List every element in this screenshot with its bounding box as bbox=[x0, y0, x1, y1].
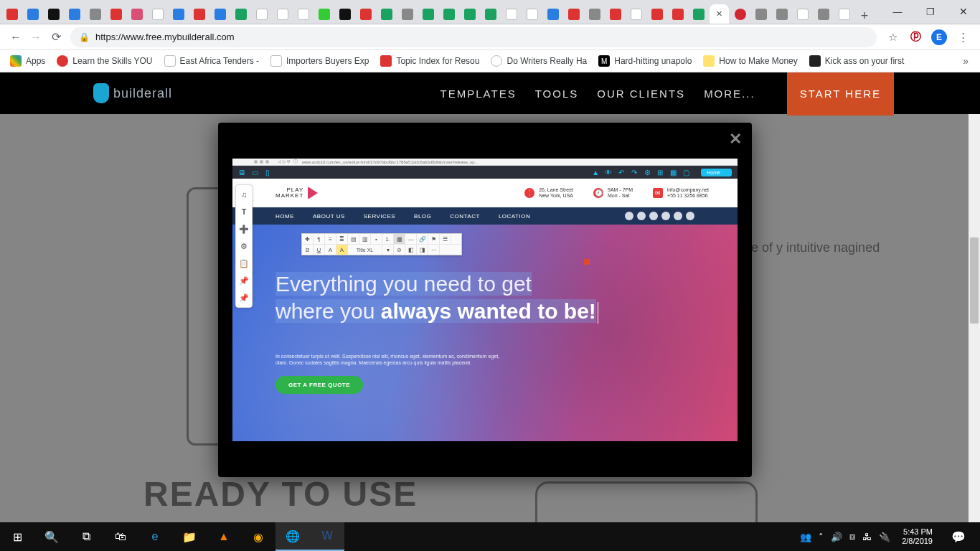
explorer-icon[interactable]: 📁 bbox=[172, 522, 207, 551]
bookmark-item[interactable]: MHard-hitting unapolo bbox=[594, 54, 696, 68]
tab[interactable] bbox=[314, 4, 334, 24]
people-icon[interactable]: 👥 bbox=[800, 532, 811, 542]
tnav-services[interactable]: SERVICES bbox=[364, 213, 395, 220]
tab[interactable] bbox=[668, 4, 687, 24]
tab[interactable] bbox=[501, 4, 521, 24]
tab[interactable] bbox=[335, 4, 354, 24]
bookmark-item[interactable]: Do Writers Really Ha bbox=[486, 54, 591, 68]
tab[interactable] bbox=[834, 4, 854, 24]
tab[interactable] bbox=[231, 4, 250, 24]
task-view-button[interactable]: ⧉ bbox=[69, 522, 103, 551]
bookmark-item[interactable]: Importers Buyers Exp bbox=[266, 54, 373, 68]
tnav-home[interactable]: HOME bbox=[275, 213, 294, 220]
apps-button[interactable]: Apps bbox=[6, 54, 50, 68]
get-quote-button[interactable]: GET A FREE QUOTE bbox=[275, 376, 363, 394]
tab[interactable] bbox=[814, 4, 833, 24]
word-icon[interactable]: W bbox=[310, 522, 344, 551]
new-tab-button[interactable]: + bbox=[854, 9, 875, 24]
bookmark-item[interactable]: How to Make Money bbox=[699, 54, 801, 68]
tab[interactable] bbox=[772, 4, 791, 24]
tab[interactable] bbox=[293, 4, 313, 24]
tab[interactable] bbox=[252, 4, 271, 24]
tab[interactable] bbox=[418, 4, 438, 24]
tab[interactable] bbox=[793, 4, 812, 24]
tab[interactable] bbox=[148, 4, 167, 24]
mobile-icon[interactable]: ▯ bbox=[264, 169, 271, 176]
minimize-button[interactable]: — bbox=[881, 1, 914, 22]
tab[interactable] bbox=[647, 4, 666, 24]
tab[interactable] bbox=[127, 4, 146, 24]
redo-icon[interactable]: ↷ bbox=[631, 169, 638, 176]
start-button[interactable]: ⊞ bbox=[0, 522, 34, 551]
tray-chevron-icon[interactable]: ˄ bbox=[819, 532, 824, 542]
tab[interactable] bbox=[606, 4, 625, 24]
bookmark-item[interactable]: East Africa Tenders - bbox=[160, 54, 264, 68]
tab[interactable] bbox=[2, 4, 22, 24]
volume-icon[interactable]: 🔊 bbox=[831, 532, 842, 542]
tab[interactable] bbox=[481, 4, 500, 24]
site-logo[interactable]: builderall bbox=[93, 83, 172, 103]
grid-icon[interactable]: ⊞ bbox=[656, 169, 664, 176]
forward-button[interactable]: → bbox=[26, 27, 46, 47]
nav-more[interactable]: MORE... bbox=[704, 88, 755, 100]
bookmark-item[interactable]: Kick ass on your first bbox=[805, 54, 909, 68]
tab[interactable] bbox=[65, 4, 84, 24]
tab[interactable] bbox=[23, 4, 42, 24]
tab[interactable] bbox=[543, 4, 562, 24]
music-icon[interactable]: ♫ bbox=[239, 189, 249, 199]
tab[interactable] bbox=[585, 4, 604, 24]
tab[interactable] bbox=[522, 4, 542, 24]
modal-close-button[interactable]: ✕ bbox=[729, 130, 742, 149]
settings-icon[interactable]: ⚙ bbox=[239, 241, 249, 251]
search-button[interactable]: 🔍 bbox=[34, 522, 69, 551]
tab[interactable] bbox=[397, 4, 417, 24]
bookmarks-overflow[interactable]: » bbox=[957, 54, 974, 68]
taskbar-clock[interactable]: 5:43 PM 2/8/2019 bbox=[897, 527, 937, 545]
gear-icon[interactable]: ⚙ bbox=[644, 169, 651, 176]
tab[interactable] bbox=[439, 4, 458, 24]
bookmark-item[interactable]: Topic Index for Resou bbox=[376, 54, 484, 68]
tab[interactable] bbox=[626, 4, 646, 24]
network-icon[interactable]: 🖧 bbox=[862, 532, 872, 542]
tab[interactable] bbox=[356, 4, 375, 24]
reload-button[interactable]: ⟳ bbox=[46, 27, 66, 47]
add-icon[interactable]: ➕ bbox=[239, 224, 249, 234]
layout-icon[interactable]: ▦ bbox=[669, 169, 677, 176]
warning-icon[interactable]: ▲ bbox=[592, 169, 599, 176]
tnav-blog[interactable]: BLOG bbox=[414, 213, 431, 220]
store-icon[interactable]: 🛍 bbox=[103, 522, 138, 551]
pin-icon[interactable]: 📌 bbox=[239, 293, 249, 303]
tab[interactable] bbox=[564, 4, 583, 24]
app-icon[interactable]: ◉ bbox=[241, 522, 275, 551]
tab-active[interactable]: ✕ bbox=[710, 4, 729, 24]
star-icon[interactable]: ☆ bbox=[885, 30, 900, 44]
tab[interactable] bbox=[189, 4, 209, 24]
tab[interactable] bbox=[106, 4, 126, 24]
tab[interactable] bbox=[169, 4, 188, 24]
text-tool-icon[interactable]: T bbox=[239, 207, 249, 217]
tnav-location[interactable]: LOCATION bbox=[499, 213, 530, 220]
pinterest-icon[interactable]: ⓟ bbox=[908, 30, 923, 44]
tab[interactable] bbox=[273, 4, 292, 24]
omnibox[interactable]: 🔒 https://www.free.mybuilderall.com bbox=[70, 27, 877, 47]
selection-handle[interactable] bbox=[584, 259, 590, 265]
copy-icon[interactable]: 📋 bbox=[239, 258, 249, 268]
tnav-contact[interactable]: CONTACT bbox=[450, 213, 480, 220]
tab[interactable] bbox=[377, 4, 396, 24]
scrollbar-thumb[interactable] bbox=[970, 237, 979, 324]
back-button[interactable]: ← bbox=[6, 27, 26, 47]
nav-tools[interactable]: TOOLS bbox=[535, 88, 579, 100]
tablet-icon[interactable]: ▭ bbox=[251, 169, 258, 176]
edge-icon[interactable]: e bbox=[138, 522, 172, 551]
page-scrollbar[interactable] bbox=[969, 114, 980, 522]
profile-avatar[interactable]: E bbox=[931, 29, 947, 45]
vlc-icon[interactable]: ▲ bbox=[207, 522, 241, 551]
tab[interactable] bbox=[85, 4, 105, 24]
start-here-button[interactable]: START HERE bbox=[787, 72, 894, 116]
home-pill[interactable]: Home bbox=[701, 169, 732, 176]
tab[interactable] bbox=[210, 4, 230, 24]
eye-icon[interactable]: 👁 bbox=[605, 169, 612, 176]
tab[interactable] bbox=[730, 4, 750, 24]
tab[interactable] bbox=[689, 4, 708, 24]
bookmark-item[interactable]: Learn the Skills YOU bbox=[52, 54, 156, 68]
